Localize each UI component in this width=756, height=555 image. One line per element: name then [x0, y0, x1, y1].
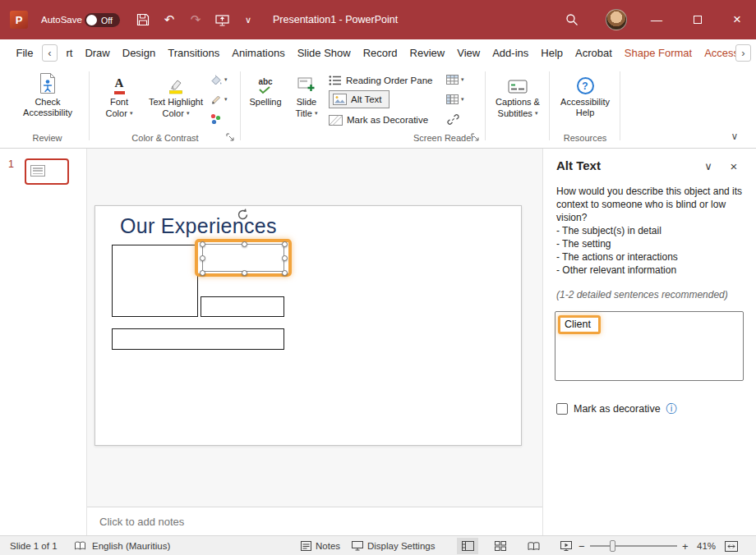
- table-header-row-button[interactable]: ▾: [446, 72, 464, 87]
- autosave-toggle[interactable]: Off: [85, 13, 120, 27]
- alt-text-button[interactable]: Alt Text: [329, 90, 390, 108]
- shape-rect[interactable]: [112, 328, 284, 350]
- text-highlight-color-button[interactable]: Text Highlight Color ▾: [145, 71, 207, 119]
- resize-handle[interactable]: [200, 255, 205, 261]
- mark-as-decorative-button[interactable]: Mark as Decorative: [329, 112, 428, 128]
- tab-file[interactable]: File: [10, 39, 39, 67]
- resize-handle[interactable]: [282, 270, 288, 276]
- tab-view[interactable]: View: [451, 39, 486, 67]
- ribbon-scroll-right-button[interactable]: ›: [735, 44, 751, 62]
- save-button[interactable]: [131, 10, 154, 30]
- resize-handle[interactable]: [282, 255, 288, 261]
- present-to-display-button[interactable]: [210, 10, 233, 30]
- zoom-slider-handle[interactable]: [610, 540, 615, 552]
- alt-text-icon: [333, 94, 347, 105]
- pane-options-chevron-icon[interactable]: ∨: [699, 157, 717, 175]
- slide-title-label: Slide Title: [296, 97, 317, 118]
- redo-button[interactable]: ↷: [184, 10, 207, 30]
- dropdown-icon: ▾: [461, 76, 464, 83]
- color-contrast-dialog-launcher[interactable]: [226, 133, 235, 142]
- close-button[interactable]: ×: [718, 0, 756, 39]
- alt-text-input[interactable]: Client: [555, 311, 744, 381]
- color-dots-icon: [210, 113, 221, 125]
- tab-add-ins[interactable]: Add-ins: [486, 39, 535, 67]
- slide[interactable]: Our Experiences: [94, 205, 522, 446]
- tab-transitions[interactable]: Transitions: [162, 39, 226, 67]
- alt-text-instructions: How would you describe this object and i…: [556, 185, 744, 301]
- resize-handle[interactable]: [242, 270, 247, 276]
- resize-handle[interactable]: [200, 270, 205, 276]
- tab-slide-show[interactable]: Slide Show: [291, 39, 357, 67]
- zoom-percentage[interactable]: 41%: [697, 536, 716, 555]
- reading-order-pane-button[interactable]: Reading Order Pane: [329, 72, 432, 89]
- hyperlink-text-button[interactable]: [447, 112, 459, 126]
- dropdown-icon: ▾: [461, 96, 464, 103]
- slide-title-text[interactable]: Our Experiences: [120, 214, 277, 238]
- zoom-slider-track: [590, 545, 677, 547]
- tab-review[interactable]: Review: [403, 39, 451, 67]
- minimize-button[interactable]: —: [638, 0, 675, 39]
- display-settings-button[interactable]: Display Settings: [352, 536, 435, 555]
- quick-access-chevron-icon[interactable]: ∨: [237, 10, 260, 30]
- mark-decorative-checkbox[interactable]: [556, 403, 568, 415]
- resize-handle[interactable]: [242, 241, 247, 247]
- tab-shape-format[interactable]: Shape Format: [618, 39, 698, 67]
- group-label-review: Review: [7, 133, 88, 143]
- slide-thumbnail[interactable]: [25, 158, 69, 185]
- pane-close-icon[interactable]: ×: [725, 157, 743, 175]
- alt-text-bullet: - The setting: [556, 237, 744, 250]
- selected-shape[interactable]: [202, 244, 284, 272]
- proofing-status-icon[interactable]: [74, 541, 86, 551]
- color-options-button[interactable]: [210, 112, 221, 126]
- undo-button[interactable]: ↶: [158, 10, 181, 30]
- shape-rect[interactable]: [201, 296, 284, 317]
- search-button[interactable]: [560, 10, 583, 30]
- table-first-column-button[interactable]: ▾: [446, 92, 464, 107]
- user-avatar[interactable]: [606, 9, 627, 30]
- notes-placeholder: Click to add notes: [99, 516, 184, 528]
- resize-handle[interactable]: [282, 241, 288, 247]
- tab-insert-partial[interactable]: rt: [60, 39, 79, 67]
- shape-fill-button[interactable]: ▾: [210, 72, 228, 87]
- powerpoint-logo-icon[interactable]: P: [10, 11, 28, 29]
- tab-record[interactable]: Record: [357, 39, 403, 67]
- slide-sorter-view-button[interactable]: [490, 538, 511, 554]
- text-highlight-color-label: Text Highlight Color: [149, 97, 203, 118]
- resize-handle[interactable]: [200, 241, 205, 247]
- language-indicator[interactable]: English (Mauritius): [92, 536, 170, 555]
- menu-bar: File ‹ rt Draw Design Transitions Animat…: [0, 39, 756, 67]
- info-icon[interactable]: ⓘ: [666, 401, 678, 416]
- tab-draw[interactable]: Draw: [79, 39, 116, 67]
- zoom-in-button[interactable]: +: [682, 536, 689, 555]
- collapse-ribbon-button[interactable]: ∨: [726, 130, 743, 143]
- slide-canvas[interactable]: Our Experiences: [87, 149, 542, 507]
- reading-view-button[interactable]: [523, 538, 544, 554]
- tab-acrobat[interactable]: Acrobat: [569, 39, 619, 67]
- slide-title-button[interactable]: Slide Title ▾: [288, 71, 325, 119]
- rotate-handle-icon[interactable]: [236, 208, 250, 222]
- ribbon-scroll-left-button[interactable]: ‹: [42, 44, 58, 62]
- tab-design[interactable]: Design: [116, 39, 161, 67]
- normal-view-button[interactable]: [457, 538, 478, 554]
- captions-subtitles-button[interactable]: Captions & Subtitles ▾: [490, 71, 546, 119]
- check-accessibility-button[interactable]: Check Accessibility: [12, 71, 84, 118]
- zoom-out-button[interactable]: −: [579, 536, 585, 555]
- zoom-slider[interactable]: [590, 536, 677, 555]
- tab-help[interactable]: Help: [535, 39, 569, 67]
- fit-slide-to-window-button[interactable]: [725, 541, 738, 552]
- screen-reader-dialog-launcher[interactable]: [471, 133, 480, 142]
- spelling-button[interactable]: abc Spelling: [245, 71, 286, 108]
- maximize-button[interactable]: [679, 0, 717, 39]
- annotation-highlight-box: Client: [558, 315, 601, 334]
- shape-outline-button[interactable]: ▾: [210, 92, 228, 107]
- tab-animations[interactable]: Animations: [226, 39, 291, 67]
- font-color-button[interactable]: A Font Color ▾: [95, 71, 143, 119]
- notes-toggle-button[interactable]: Notes: [301, 536, 340, 555]
- slide-number: 1: [8, 158, 14, 170]
- notes-pane[interactable]: Click to add notes: [87, 507, 542, 535]
- alt-text-pane: Alt Text ∨ × How would you describe this…: [542, 149, 756, 535]
- status-bar: Slide 1 of 1 English (Mauritius) Notes D…: [0, 535, 756, 555]
- content-placeholder-rect[interactable]: [112, 245, 198, 317]
- slideshow-view-button[interactable]: [555, 538, 577, 554]
- accessibility-help-button[interactable]: ? Accessibility Help: [555, 71, 615, 118]
